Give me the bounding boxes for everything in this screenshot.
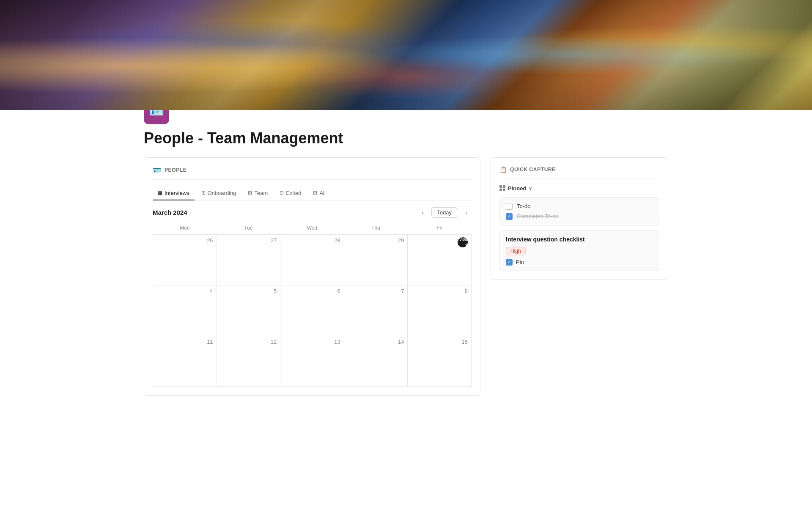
calendar-cell-26[interactable]: 26 <box>153 234 217 285</box>
tab-interviews[interactable]: ▦ Interviews <box>153 186 195 200</box>
calendar-cell-12[interactable]: 12 <box>217 336 280 386</box>
calendar-cell-7[interactable]: 7 <box>344 285 408 336</box>
calendar-cell-6[interactable]: 6 <box>280 285 344 336</box>
calendar-month: March 2024 <box>153 209 187 216</box>
todo-label-1: To-do <box>517 203 531 209</box>
col-thu: Thu <box>344 223 408 235</box>
pinned-chevron-icon: ∨ <box>529 186 532 191</box>
hero-banner <box>0 0 812 110</box>
quick-capture-icon: 📋 <box>499 166 507 173</box>
pin-item[interactable]: ✓ Pin <box>506 259 653 266</box>
calendar-grid: Mon Tue Wed Thu Fri 26 27 28 29 Mar 1 <box>153 223 472 387</box>
people-panel-header: 🪪 PEOPLE <box>153 166 472 180</box>
people-panel: 🪪 PEOPLE ▦ Interviews ⊞ Onboarding ⊞ Tea… <box>144 157 480 396</box>
calendar-row-3: 11 12 13 14 15 <box>153 336 472 386</box>
calendar-cell-15[interactable]: 15 <box>408 336 472 386</box>
calendar-cell-27[interactable]: 27 <box>217 234 280 285</box>
tab-onboarding[interactable]: ⊞ Onboarding <box>196 186 241 200</box>
calendar-cell-5[interactable]: 5 <box>217 285 280 336</box>
calendar-prev-button[interactable]: ‹ <box>417 207 428 218</box>
quick-capture-panel: 📋 QUICK CAPTURE Pinned ∨ To-do <box>491 157 668 280</box>
priority-badge: High <box>506 247 526 255</box>
calendar-cell-13[interactable]: 13 <box>280 336 344 386</box>
todo-checkbox-1[interactable] <box>506 203 513 210</box>
team-tab-icon: ⊞ <box>248 190 252 196</box>
calendar-nav: March 2024 ‹ Today › <box>153 207 472 218</box>
tab-exited[interactable]: ⊟ Exited <box>274 186 306 200</box>
exited-tab-icon: ⊟ <box>280 190 284 196</box>
quick-capture-title: QUICK CAPTURE <box>510 167 556 173</box>
calendar-controls: ‹ Today › <box>417 207 472 218</box>
tab-team[interactable]: ⊞ Team <box>243 186 273 200</box>
onboarding-tab-icon: ⊞ <box>201 190 206 196</box>
tab-all[interactable]: ⊟ All <box>308 186 330 200</box>
interview-card-title: Interview question checklist <box>506 236 653 243</box>
pin-label: Pin <box>516 259 524 265</box>
pinned-label: Pinned <box>508 185 526 192</box>
pinned-grid-icon <box>499 185 505 191</box>
calendar-header-row: Mon Tue Wed Thu Fri <box>153 223 472 235</box>
todo-card: To-do ✓ Completed To-do <box>499 197 659 225</box>
calendar-cell-14[interactable]: 14 <box>344 336 408 386</box>
calendar-cell-11[interactable]: 11 <box>153 336 217 386</box>
todo-label-2: Completed To-do <box>517 213 559 219</box>
page-title: People - Team Management <box>144 129 668 147</box>
calendar-cell-28[interactable]: 28 <box>280 234 344 285</box>
todo-item-1[interactable]: To-do <box>506 203 653 210</box>
pinned-section[interactable]: Pinned ∨ <box>499 185 659 192</box>
all-tab-icon: ⊟ <box>313 190 317 196</box>
calendar-next-button[interactable]: › <box>461 207 472 218</box>
people-panel-title: PEOPLE <box>165 167 187 173</box>
quick-capture-header: 📋 QUICK CAPTURE <box>499 166 659 178</box>
col-tue: Tue <box>217 223 280 235</box>
col-wed: Wed <box>280 223 344 235</box>
interviews-tab-icon: ▦ <box>158 190 162 196</box>
calendar-cell-29[interactable]: 29 <box>344 234 408 285</box>
pin-checkbox[interactable]: ✓ <box>506 259 513 266</box>
col-fri: Fri <box>408 223 472 235</box>
todo-item-2[interactable]: ✓ Completed To-do <box>506 213 653 220</box>
calendar-row-2: 4 5 6 7 8 <box>153 285 472 336</box>
interview-card: Interview question checklist High ✓ Pin <box>499 230 659 271</box>
col-mon: Mon <box>153 223 217 235</box>
calendar-cell-mar1[interactable]: Mar 1 <box>408 234 472 285</box>
calendar-cell-4[interactable]: 4 <box>153 285 217 336</box>
calendar-row-1: 26 27 28 29 Mar 1 <box>153 234 472 285</box>
calendar-cell-8[interactable]: 8 <box>408 285 472 336</box>
todo-checkbox-2[interactable]: ✓ <box>506 213 513 220</box>
people-tabs: ▦ Interviews ⊞ Onboarding ⊞ Team ⊟ Exite… <box>153 186 472 200</box>
calendar-today-button[interactable]: Today <box>431 207 457 218</box>
people-panel-icon: 🪪 <box>153 166 161 174</box>
